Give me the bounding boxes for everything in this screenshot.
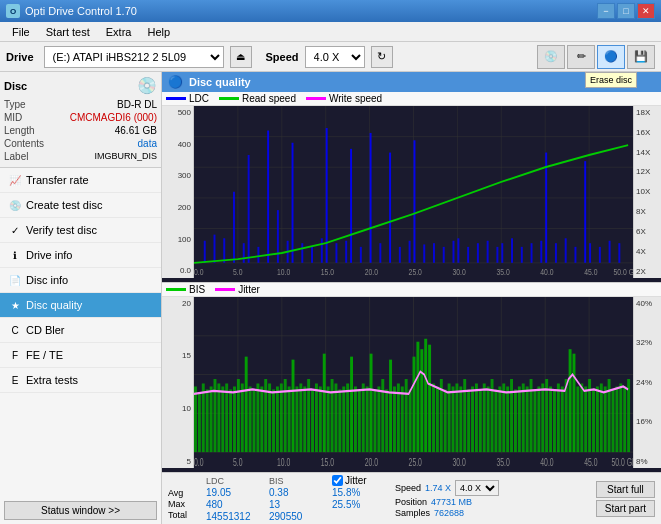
- nav-disc-quality[interactable]: ★ Disc quality: [0, 293, 161, 318]
- bis-total: 290550: [269, 511, 324, 522]
- nav-drive-info[interactable]: ℹ Drive info: [0, 243, 161, 268]
- svg-rect-97: [229, 389, 232, 452]
- svg-rect-143: [409, 389, 412, 452]
- svg-rect-145: [416, 341, 419, 451]
- start-part-button[interactable]: Start part: [596, 500, 655, 517]
- verify-disc-icon: ✓: [8, 223, 22, 237]
- jitter-checkbox[interactable]: [332, 475, 343, 486]
- read-speed-legend: Read speed: [219, 93, 296, 104]
- svg-text:10.0: 10.0: [277, 456, 290, 468]
- svg-text:15.0: 15.0: [321, 456, 334, 468]
- svg-text:35.0: 35.0: [496, 456, 509, 468]
- toolbar-disc-button[interactable]: 💿: [537, 45, 565, 69]
- menu-file[interactable]: File: [4, 24, 38, 40]
- nav-cd-bler[interactable]: C CD Bler: [0, 318, 161, 343]
- svg-rect-100: [241, 383, 244, 452]
- nav-verify-test-disc[interactable]: ✓ Verify test disc: [0, 218, 161, 243]
- maximize-button[interactable]: □: [617, 3, 635, 19]
- nav-fe-te[interactable]: F FE / TE: [0, 343, 161, 368]
- svg-rect-165: [494, 389, 497, 452]
- svg-rect-96: [225, 383, 228, 452]
- bottom-chart-y-left: 20 15 10 5: [162, 297, 194, 469]
- svg-rect-45: [467, 247, 469, 263]
- nav-create-test-disc[interactable]: 💿 Create test disc: [0, 193, 161, 218]
- bottom-chart: BIS Jitter 20 15 10 5: [162, 283, 661, 473]
- svg-rect-58: [584, 161, 586, 263]
- svg-rect-111: [284, 379, 287, 452]
- svg-rect-51: [521, 247, 523, 263]
- svg-rect-158: [467, 389, 470, 452]
- toolbar-erase-button[interactable]: 🔵 Erase disc: [597, 45, 625, 69]
- nav-transfer-rate[interactable]: 📈 Transfer rate: [0, 168, 161, 193]
- eject-button[interactable]: ⏏: [230, 46, 252, 68]
- top-chart: LDC Read speed Write speed 500: [162, 92, 661, 283]
- nav-extra-tests-label: Extra tests: [26, 374, 78, 386]
- svg-rect-141: [401, 386, 404, 452]
- svg-rect-115: [299, 383, 302, 452]
- svg-rect-185: [573, 353, 576, 451]
- svg-rect-125: [338, 389, 341, 452]
- svg-rect-146: [420, 349, 423, 452]
- action-buttons: Start full Start part: [596, 481, 655, 517]
- content-title: Disc quality: [189, 76, 251, 88]
- nav-extra-tests[interactable]: E Extra tests: [0, 368, 161, 393]
- svg-text:25.0: 25.0: [409, 456, 422, 468]
- nav-create-disc-label: Create test disc: [26, 199, 102, 211]
- content-header: 🔵 Disc quality: [162, 72, 661, 92]
- menu-extra[interactable]: Extra: [98, 24, 140, 40]
- close-button[interactable]: ✕: [637, 3, 655, 19]
- minimize-button[interactable]: −: [597, 3, 615, 19]
- svg-rect-60: [599, 247, 601, 263]
- menu-starttest[interactable]: Start test: [38, 24, 98, 40]
- svg-rect-47: [487, 241, 489, 263]
- ldc-avg: 19.05: [206, 487, 261, 498]
- nav-disc-info[interactable]: 📄 Disc info: [0, 268, 161, 293]
- svg-rect-38: [409, 241, 411, 263]
- svg-rect-131: [362, 383, 365, 452]
- speed-limit-select[interactable]: 4.0 X: [455, 480, 499, 496]
- bottom-chart-body: 20 15 10 5: [162, 297, 661, 469]
- disc-panel-icon: 💿: [137, 76, 157, 95]
- svg-rect-103: [253, 389, 256, 452]
- svg-rect-177: [541, 383, 544, 452]
- svg-rect-110: [280, 383, 283, 452]
- main-layout: Disc 💿 Type BD-R DL MID CMCMAGDI6 (000) …: [0, 72, 661, 524]
- disc-type-row: Type BD-R DL: [4, 98, 157, 111]
- svg-rect-173: [526, 386, 529, 452]
- svg-rect-49: [501, 243, 503, 263]
- nav-transfer-rate-label: Transfer rate: [26, 174, 89, 186]
- disc-length-row: Length 46.61 GB: [4, 124, 157, 137]
- drive-select[interactable]: (E:) ATAPI iHBS212 2 5L09: [44, 46, 224, 68]
- extra-tests-icon: E: [8, 373, 22, 387]
- svg-rect-30: [335, 243, 337, 263]
- svg-rect-168: [506, 386, 509, 452]
- svg-rect-94: [217, 383, 220, 452]
- svg-rect-52: [531, 243, 533, 263]
- svg-rect-53: [540, 241, 542, 263]
- svg-text:10.0: 10.0: [277, 267, 290, 277]
- jitter-legend-color: [215, 288, 235, 291]
- disc-contents-key: Contents: [4, 138, 44, 149]
- svg-text:45.0: 45.0: [584, 456, 597, 468]
- svg-rect-109: [276, 386, 279, 452]
- svg-rect-46: [477, 243, 479, 263]
- svg-rect-41: [433, 243, 435, 263]
- svg-rect-198: [623, 386, 626, 452]
- svg-rect-89: [198, 393, 201, 451]
- svg-rect-61: [609, 241, 611, 263]
- toolbar-save-button[interactable]: 💾: [627, 45, 655, 69]
- svg-rect-188: [584, 386, 587, 452]
- svg-text:30.0: 30.0: [453, 456, 466, 468]
- speed-select[interactable]: 4.0 X: [305, 46, 365, 68]
- speed-refresh-button[interactable]: ↻: [371, 46, 393, 68]
- drive-label: Drive: [6, 51, 34, 63]
- start-full-button[interactable]: Start full: [596, 481, 655, 498]
- status-window-button[interactable]: Status window >>: [4, 501, 157, 520]
- write-speed-legend: Write speed: [306, 93, 382, 104]
- svg-rect-36: [389, 153, 391, 263]
- svg-rect-147: [424, 338, 427, 451]
- menu-help[interactable]: Help: [139, 24, 178, 40]
- svg-rect-132: [366, 386, 369, 452]
- toolbar-write-button[interactable]: ✏: [567, 45, 595, 69]
- top-chart-legend: LDC Read speed Write speed: [162, 92, 661, 106]
